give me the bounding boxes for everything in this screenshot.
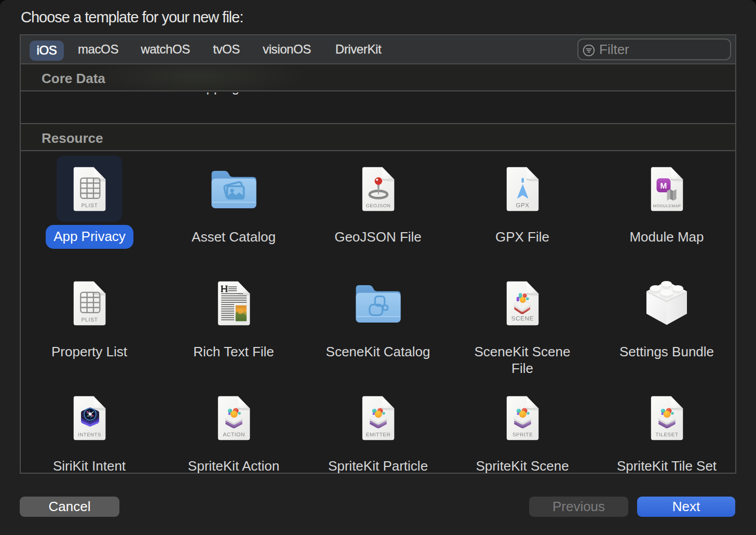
svg-text:INTENTS: INTENTS [78, 432, 101, 437]
svg-text:PLIST: PLIST [81, 317, 98, 323]
svg-text:SCENE: SCENE [511, 316, 534, 322]
svg-text:PLIST: PLIST [81, 202, 98, 208]
svg-text:ACTION: ACTION [223, 431, 245, 437]
svg-text:SPRITE: SPRITE [512, 432, 532, 437]
svg-text:EMITTER: EMITTER [366, 432, 390, 437]
svg-text:MODULEMAP: MODULEMAP [653, 203, 681, 208]
svg-text:GEOJSON: GEOJSON [366, 203, 390, 208]
svg-text:TILESET: TILESET [655, 432, 678, 437]
svg-text:GPX: GPX [516, 202, 529, 208]
svg-text:M: M [660, 181, 667, 190]
